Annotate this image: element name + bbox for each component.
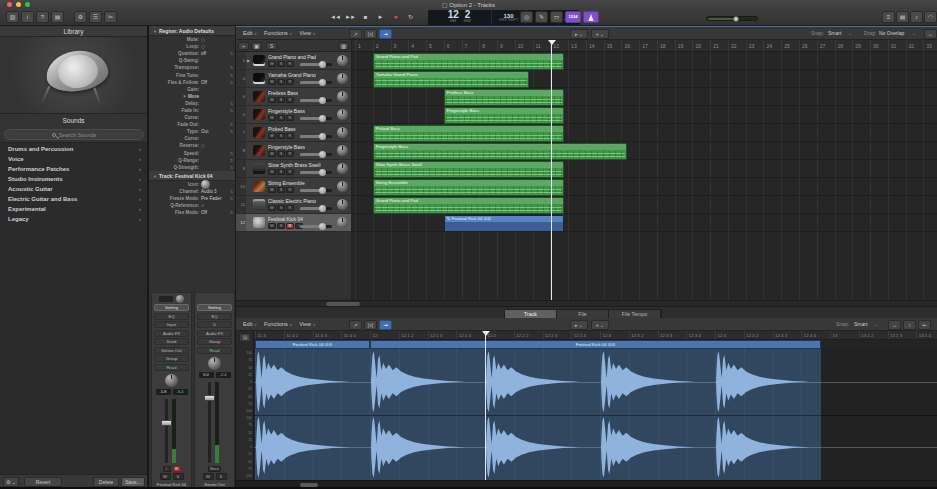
- solo-button[interactable]: S: [216, 473, 227, 480]
- add-track-button[interactable]: +: [238, 42, 249, 50]
- editor-menu-functions[interactable]: Functions ∨: [264, 318, 292, 331]
- editor-region-segment[interactable]: Festival Kick 04 ⊙⊙: [255, 340, 370, 349]
- inspector-row[interactable]: Curve:: [149, 135, 235, 142]
- track-header[interactable]: 5 Fretless Bass MSR: [236, 88, 352, 106]
- editor-zoom-v-icon[interactable]: ↕: [903, 320, 916, 330]
- inspector-row[interactable]: Channel:Audio 3⇅: [149, 188, 235, 195]
- track-pan-knob[interactable]: [337, 55, 348, 66]
- automation-toggle-button[interactable]: ↗: [349, 29, 362, 39]
- record-enable-button[interactable]: R: [286, 79, 294, 85]
- track-pan-knob[interactable]: [337, 163, 348, 174]
- tracks-menu-functions[interactable]: Functions ∨: [264, 27, 292, 40]
- mute-button[interactable]: M: [268, 187, 276, 193]
- track-header[interactable]: 11 Classic Electric Piano MSR: [236, 196, 352, 214]
- midi-region[interactable]: Grand Piano and Pad: [373, 197, 564, 214]
- editor-beat-ruler[interactable]: 11 411 4 211 4 311 4 41212 1 212 1 312 1…: [254, 331, 937, 340]
- record-enable-button[interactable]: R: [286, 223, 294, 229]
- pan-knob[interactable]: [208, 357, 221, 370]
- solo-button[interactable]: S: [173, 473, 184, 480]
- track-volume-slider[interactable]: [300, 63, 332, 66]
- mute-button[interactable]: M: [203, 473, 214, 480]
- mute-button[interactable]: M: [268, 61, 276, 67]
- track-inspector-header[interactable]: ▼Track: Festival Kick 04: [149, 171, 235, 181]
- apple-loops-button[interactable]: ♪: [910, 11, 923, 23]
- bounce-button[interactable]: Bnce: [208, 466, 221, 472]
- library-item[interactable]: Experimental›: [0, 204, 147, 214]
- volume-fader[interactable]: [152, 397, 191, 465]
- cycle-button[interactable]: ↻: [403, 11, 417, 23]
- forward-button[interactable]: ►►: [343, 11, 357, 23]
- track-header-config-button[interactable]: ▦: [338, 42, 349, 50]
- pan-knob[interactable]: [165, 374, 178, 387]
- editors-button[interactable]: ✂: [104, 11, 117, 23]
- stepper-icon[interactable]: ⇅: [230, 165, 233, 170]
- mute-button[interactable]: M: [268, 79, 276, 85]
- track-name[interactable]: String Ensemble: [268, 180, 305, 186]
- inspector-row[interactable]: Quantize:off⇅: [149, 50, 235, 57]
- stepper-icon[interactable]: ⇅: [230, 129, 233, 134]
- inspector-row[interactable]: Fade In:⇅: [149, 107, 235, 114]
- pointer-tool-selector[interactable]: ▸ ⌄: [570, 29, 588, 39]
- stop-button[interactable]: ■: [358, 11, 372, 23]
- gain-knob[interactable]: [176, 295, 184, 303]
- snap-menu[interactable]: Smart: [828, 27, 841, 40]
- master-volume-slider[interactable]: [706, 16, 758, 21]
- track-name[interactable]: Slow Synth Brass Swell: [268, 162, 321, 168]
- browsers-button[interactable]: ◠: [924, 11, 937, 23]
- count-in-button[interactable]: 1234: [565, 11, 581, 23]
- mixer-button[interactable]: ☰: [89, 11, 102, 23]
- library-item[interactable]: Drums and Percussion›: [0, 144, 147, 154]
- track-volume-slider[interactable]: [300, 81, 332, 84]
- tracks-menu-edit[interactable]: Edit ∨: [243, 27, 257, 40]
- stepper-icon[interactable]: ⇅: [230, 101, 233, 106]
- master-solo-button[interactable]: S: [266, 42, 277, 50]
- track-header[interactable]: 7 Picked Bass MSR: [236, 124, 352, 142]
- checkbox[interactable]: [201, 144, 205, 148]
- library-item[interactable]: Acoustic Guitar›: [0, 184, 147, 194]
- checkbox[interactable]: [201, 38, 205, 42]
- record-enable-button[interactable]: R: [286, 61, 294, 67]
- record-arm-button[interactable]: R: [173, 466, 181, 472]
- plain-slot-button[interactable]: EQ: [154, 313, 189, 320]
- record-enable-button[interactable]: R: [286, 133, 294, 139]
- library-item[interactable]: Studio Instruments›: [0, 174, 147, 184]
- arrange-area[interactable]: Grand Piano and Pad Yamaha Grand Piano F…: [352, 52, 937, 300]
- mute-button[interactable]: M: [268, 97, 276, 103]
- record-enable-button[interactable]: R: [286, 151, 294, 157]
- bar-ruler[interactable]: 1234567891011121314151617181920212223242…: [352, 40, 937, 52]
- editor-catch-playhead-button[interactable]: ⇥: [379, 320, 392, 330]
- master-volume-knob[interactable]: [733, 16, 739, 22]
- record-enable-button[interactable]: R: [286, 187, 294, 193]
- inspector-row[interactable]: Loop:: [149, 43, 235, 50]
- editor-pointer-tool-selector[interactable]: ▸ ⌄: [570, 320, 588, 330]
- editor-automation-button[interactable]: ↗: [349, 320, 362, 330]
- track-name[interactable]: Fingerstyle Bass: [268, 144, 305, 150]
- solo-button[interactable]: S: [277, 187, 285, 193]
- track-header[interactable]: 6 Fingerstyle Bass MSR: [236, 106, 352, 124]
- tuner-button[interactable]: ◎: [520, 11, 533, 23]
- midi-region[interactable]: String Ensemble: [373, 179, 564, 196]
- editor-command-tool-selector[interactable]: + ⌄: [591, 320, 609, 330]
- plain-slot-button[interactable]: Audio FX: [197, 330, 232, 337]
- midi-region[interactable]: Fingerstyle Bass: [444, 107, 564, 124]
- track-name[interactable]: Fingerstyle Bass: [268, 108, 305, 114]
- record-enable-button[interactable]: R: [286, 169, 294, 175]
- stepper-icon[interactable]: ⇅: [230, 158, 233, 163]
- inspector-row[interactable]: Type:Out⇅: [149, 128, 235, 135]
- duplicate-track-button[interactable]: ▣: [251, 42, 262, 50]
- stepper-icon[interactable]: ⇅: [230, 151, 233, 156]
- editor-menu-edit[interactable]: Edit ∨: [243, 318, 257, 331]
- read-slot-button[interactable]: Read: [154, 364, 189, 371]
- command-tool-selector[interactable]: + ⌄: [591, 29, 609, 39]
- fader-cap[interactable]: [161, 420, 172, 426]
- inspector-row[interactable]: Fine Tune:⇅: [149, 71, 235, 78]
- editor-snap-chevron-icon[interactable]: ⌄: [874, 318, 878, 331]
- plain-slot-button[interactable]: Group: [154, 355, 189, 362]
- catch-playhead-button[interactable]: ⇥: [379, 29, 392, 39]
- mute-button[interactable]: M: [160, 473, 171, 480]
- library-toggle-button[interactable]: ▥: [6, 11, 19, 23]
- mute-button[interactable]: M: [268, 151, 276, 157]
- rewind-button[interactable]: ◄◄: [328, 11, 342, 23]
- solo-button[interactable]: S: [277, 61, 285, 67]
- inspector-row[interactable]: Mute:: [149, 36, 235, 43]
